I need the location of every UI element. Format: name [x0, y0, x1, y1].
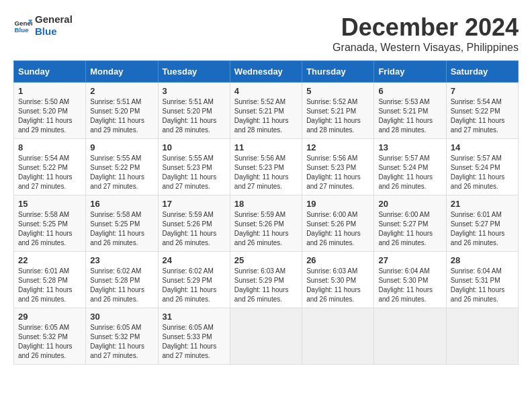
- day-info: Sunrise: 6:05 AM Sunset: 5:32 PM Dayligh…: [18, 323, 81, 361]
- day-info: Sunrise: 6:01 AM Sunset: 5:27 PM Dayligh…: [451, 210, 514, 248]
- day-number: 3: [163, 86, 226, 96]
- calendar-header-row: Sunday Monday Tuesday Wednesday Thursday…: [14, 61, 519, 83]
- day-number: 4: [234, 86, 298, 96]
- calendar-cell: 28Sunrise: 6:04 AM Sunset: 5:31 PM Dayli…: [446, 252, 518, 308]
- day-number: 18: [234, 199, 298, 209]
- day-info: Sunrise: 5:58 AM Sunset: 5:25 PM Dayligh…: [90, 210, 153, 248]
- calendar-cell: 1Sunrise: 5:50 AM Sunset: 5:20 PM Daylig…: [14, 83, 86, 139]
- day-number: 23: [90, 255, 153, 265]
- day-info: Sunrise: 6:03 AM Sunset: 5:29 PM Dayligh…: [234, 267, 298, 304]
- logo-text-general: General: [35, 13, 73, 26]
- day-number: 24: [163, 255, 226, 265]
- day-number: 15: [18, 199, 81, 209]
- day-info: Sunrise: 6:05 AM Sunset: 5:33 PM Dayligh…: [163, 323, 226, 361]
- day-number: 13: [378, 142, 441, 152]
- day-number: 30: [90, 312, 153, 322]
- calendar-cell: 18Sunrise: 5:59 AM Sunset: 5:26 PM Dayli…: [230, 195, 302, 252]
- header-tuesday: Tuesday: [158, 61, 230, 83]
- day-number: 8: [18, 142, 81, 152]
- day-number: 6: [378, 86, 441, 96]
- day-info: Sunrise: 5:58 AM Sunset: 5:25 PM Dayligh…: [18, 210, 81, 248]
- day-info: Sunrise: 5:57 AM Sunset: 5:24 PM Dayligh…: [451, 154, 514, 191]
- calendar-cell: [374, 308, 446, 365]
- day-info: Sunrise: 6:02 AM Sunset: 5:29 PM Dayligh…: [163, 267, 226, 304]
- calendar-cell: 2Sunrise: 5:51 AM Sunset: 5:20 PM Daylig…: [86, 83, 158, 139]
- logo-icon: General Blue: [13, 16, 32, 35]
- header-wednesday: Wednesday: [230, 61, 302, 83]
- day-info: Sunrise: 6:01 AM Sunset: 5:28 PM Dayligh…: [18, 267, 81, 304]
- day-number: 1: [18, 86, 81, 96]
- calendar-cell: 25Sunrise: 6:03 AM Sunset: 5:29 PM Dayli…: [230, 252, 302, 308]
- calendar-cell: 15Sunrise: 5:58 AM Sunset: 5:25 PM Dayli…: [14, 195, 86, 252]
- calendar-cell: 14Sunrise: 5:57 AM Sunset: 5:24 PM Dayli…: [446, 139, 518, 195]
- day-info: Sunrise: 5:56 AM Sunset: 5:23 PM Dayligh…: [234, 154, 298, 191]
- logo-text-blue: Blue: [35, 26, 73, 38]
- day-info: Sunrise: 6:05 AM Sunset: 5:32 PM Dayligh…: [90, 323, 153, 361]
- day-info: Sunrise: 5:50 AM Sunset: 5:20 PM Dayligh…: [18, 97, 81, 135]
- day-number: 20: [378, 199, 441, 209]
- header-friday: Friday: [374, 61, 446, 83]
- title-area: December 2024 Granada, Western Visayas, …: [332, 13, 519, 54]
- day-number: 19: [306, 199, 369, 209]
- svg-text:Blue: Blue: [14, 26, 29, 34]
- day-info: Sunrise: 5:55 AM Sunset: 5:23 PM Dayligh…: [163, 154, 226, 191]
- calendar-cell: 11Sunrise: 5:56 AM Sunset: 5:23 PM Dayli…: [230, 139, 302, 195]
- day-info: Sunrise: 5:54 AM Sunset: 5:22 PM Dayligh…: [18, 154, 81, 191]
- calendar-cell: 26Sunrise: 6:03 AM Sunset: 5:30 PM Dayli…: [302, 252, 374, 308]
- day-info: Sunrise: 6:04 AM Sunset: 5:31 PM Dayligh…: [451, 267, 514, 304]
- day-info: Sunrise: 6:00 AM Sunset: 5:27 PM Dayligh…: [378, 210, 441, 248]
- day-info: Sunrise: 5:56 AM Sunset: 5:23 PM Dayligh…: [306, 154, 369, 191]
- day-number: 28: [451, 255, 514, 265]
- day-number: 5: [306, 86, 369, 96]
- logo: General Blue General Blue: [13, 13, 73, 38]
- day-info: Sunrise: 5:52 AM Sunset: 5:21 PM Dayligh…: [306, 97, 369, 135]
- day-info: Sunrise: 5:51 AM Sunset: 5:20 PM Dayligh…: [90, 97, 153, 135]
- calendar-cell: 27Sunrise: 6:04 AM Sunset: 5:30 PM Dayli…: [374, 252, 446, 308]
- day-info: Sunrise: 5:57 AM Sunset: 5:24 PM Dayligh…: [378, 154, 441, 191]
- header-sunday: Sunday: [14, 61, 86, 83]
- day-number: 2: [90, 86, 153, 96]
- day-number: 25: [234, 255, 298, 265]
- day-info: Sunrise: 6:03 AM Sunset: 5:30 PM Dayligh…: [306, 267, 369, 304]
- calendar-cell: 20Sunrise: 6:00 AM Sunset: 5:27 PM Dayli…: [374, 195, 446, 252]
- calendar-cell: 30Sunrise: 6:05 AM Sunset: 5:32 PM Dayli…: [86, 308, 158, 365]
- day-info: Sunrise: 5:52 AM Sunset: 5:21 PM Dayligh…: [234, 97, 298, 135]
- calendar-cell: 4Sunrise: 5:52 AM Sunset: 5:21 PM Daylig…: [230, 83, 302, 139]
- page-subtitle: Granada, Western Visayas, Philippines: [332, 42, 519, 54]
- calendar-cell: [302, 308, 374, 365]
- day-info: Sunrise: 5:54 AM Sunset: 5:22 PM Dayligh…: [451, 97, 514, 135]
- day-number: 9: [90, 142, 153, 152]
- day-number: 7: [451, 86, 514, 96]
- calendar-cell: 5Sunrise: 5:52 AM Sunset: 5:21 PM Daylig…: [302, 83, 374, 139]
- day-number: 16: [90, 199, 153, 209]
- calendar-week-row: 1Sunrise: 5:50 AM Sunset: 5:20 PM Daylig…: [14, 83, 519, 139]
- calendar-cell: 24Sunrise: 6:02 AM Sunset: 5:29 PM Dayli…: [158, 252, 230, 308]
- day-number: 29: [18, 312, 81, 322]
- calendar-week-row: 22Sunrise: 6:01 AM Sunset: 5:28 PM Dayli…: [14, 252, 519, 308]
- calendar-cell: 22Sunrise: 6:01 AM Sunset: 5:28 PM Dayli…: [14, 252, 86, 308]
- header-saturday: Saturday: [446, 61, 518, 83]
- day-number: 31: [163, 312, 226, 322]
- calendar-table: Sunday Monday Tuesday Wednesday Thursday…: [13, 60, 519, 365]
- calendar-cell: 17Sunrise: 5:59 AM Sunset: 5:26 PM Dayli…: [158, 195, 230, 252]
- day-number: 12: [306, 142, 369, 152]
- page-header: General Blue General Blue December 2024 …: [13, 13, 519, 54]
- calendar-cell: 23Sunrise: 6:02 AM Sunset: 5:28 PM Dayli…: [86, 252, 158, 308]
- day-info: Sunrise: 5:51 AM Sunset: 5:20 PM Dayligh…: [163, 97, 226, 135]
- calendar-cell: 3Sunrise: 5:51 AM Sunset: 5:20 PM Daylig…: [158, 83, 230, 139]
- day-info: Sunrise: 6:04 AM Sunset: 5:30 PM Dayligh…: [378, 267, 441, 304]
- calendar-cell: 29Sunrise: 6:05 AM Sunset: 5:32 PM Dayli…: [14, 308, 86, 365]
- day-number: 11: [234, 142, 298, 152]
- calendar-cell: 9Sunrise: 5:55 AM Sunset: 5:22 PM Daylig…: [86, 139, 158, 195]
- calendar-cell: [446, 308, 518, 365]
- day-number: 26: [306, 255, 369, 265]
- day-info: Sunrise: 5:59 AM Sunset: 5:26 PM Dayligh…: [234, 210, 298, 248]
- calendar-cell: 7Sunrise: 5:54 AM Sunset: 5:22 PM Daylig…: [446, 83, 518, 139]
- day-number: 17: [163, 199, 226, 209]
- day-info: Sunrise: 5:55 AM Sunset: 5:22 PM Dayligh…: [90, 154, 153, 191]
- calendar-week-row: 29Sunrise: 6:05 AM Sunset: 5:32 PM Dayli…: [14, 308, 519, 365]
- day-info: Sunrise: 5:59 AM Sunset: 5:26 PM Dayligh…: [163, 210, 226, 248]
- day-number: 22: [18, 255, 81, 265]
- day-number: 21: [451, 199, 514, 209]
- header-monday: Monday: [86, 61, 158, 83]
